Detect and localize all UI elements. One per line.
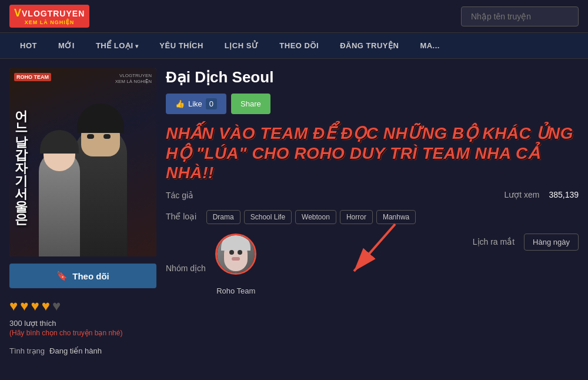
translator-group: Roho Team [215,234,256,295]
rating-hearts: ♥ ♥ ♥ ♥ ♥ [9,298,156,314]
status-label: Tình trạng [9,346,45,355]
heart-2[interactable]: ♥ [20,298,28,314]
likes-count: 300 lượt thích [9,319,156,328]
nav-upload[interactable]: ĐĂNG TRUYỆN [329,33,409,58]
watermark-line1: VLOGTRUYEN [115,73,152,79]
genre-section: Thể loại Drama School Life Webtoon Horro… [166,210,579,224]
logo-text: VLOGTRUYEN [22,9,85,18]
watermark-line2: XEM LÀ NGHIỆN [115,79,152,85]
follow-icon: 🔖 [56,271,68,281]
nav-favorites[interactable]: YÊU THÍCH [149,33,214,58]
like-label: Like [188,99,202,108]
like-button[interactable]: 👍 Like 0 [166,94,226,114]
genre-horror[interactable]: Horror [340,210,373,224]
status-value: Đang tiến hành [49,346,102,355]
genre-tags: Drama School Life Webtoon Horror Manhwa [206,210,416,224]
logo-area: VVLOGTRUYEN XEM LÀ NGHIỆN [9,5,89,28]
nav-history[interactable]: LỊCH SỬ [214,33,269,58]
manga-cover: VLOGTRUYEN XEM LÀ NGHIỆN ROHO TEAM 어느날갑자… [9,68,156,256]
left-column: VLOGTRUYEN XEM LÀ NGHIỆN ROHO TEAM 어느날갑자… [9,68,156,355]
heart-4[interactable]: ♥ [42,298,50,314]
heart-1[interactable]: ♥ [9,298,18,314]
genre-manhwa[interactable]: Manhwa [376,210,416,224]
genre-school[interactable]: School Life [244,210,292,224]
logo-v-letter: V [14,7,22,19]
status-row: Tình trạng Đang tiến hành [9,346,156,355]
release-schedule-button[interactable]: Hàng ngày [524,234,579,251]
author-label: Tác giả [166,191,193,200]
navigation: HOT MỚI THỂ LOẠI YÊU THÍCH LỊCH SỬ THEO … [0,33,588,59]
heart-3[interactable]: ♥ [31,298,39,314]
translator-release-row: Nhóm dịch [166,234,579,295]
genre-row: Thể loại Drama School Life Webtoon Horro… [166,210,579,224]
follow-label: Theo dõi [72,271,109,281]
cover-image: VLOGTRUYEN XEM LÀ NGHIỆN ROHO TEAM 어느날갑자… [9,68,156,256]
views-section: Lượt xem 385,139 [414,190,579,199]
logo-top: VVLOGTRUYEN [14,7,85,19]
roho-badge: ROHO TEAM [14,73,51,81]
translator-avatar-inner [217,235,255,273]
release-section: Lịch ra mắt Hàng ngày [414,234,579,251]
translator-name: Roho Team [216,286,255,295]
likes-text: 300 lượt thích (Hãy bình chọn cho truyện… [9,319,156,337]
nav-hot[interactable]: HOT [9,33,48,58]
nav-follow[interactable]: THEO DÕI [269,33,329,58]
nav-more[interactable]: MA... [409,33,450,58]
promo-text-line1: NHẤN VÀO TEAM ĐỂ ĐỌC NHỮNG BỘ KHÁC ỦNG [166,124,579,144]
translator-label: Nhóm dịch [166,264,206,273]
thumbs-up-icon: 👍 [175,99,185,108]
follow-button[interactable]: 🔖 Theo dõi [9,264,156,288]
translator-section: Nhóm dịch [166,234,414,295]
genre-webtoon[interactable]: Webtoon [295,210,336,224]
nav-genre[interactable]: THỂ LOẠI [85,33,149,58]
action-buttons: 👍 Like 0 Share [166,94,579,114]
main-content: VLOGTRUYEN XEM LÀ NGHIỆN ROHO TEAM 어느날갑자… [0,59,588,365]
heart-5[interactable]: ♥ [52,298,61,314]
promo-text-line2: HỘ "LÚA" CHO ROHO DUY TRÌ TEAM NHA CẢ NH… [166,144,579,183]
author-views-row: Tác giả Lượt xem 385,139 [166,190,579,201]
views-value: 385,139 [549,190,579,199]
translator-avatar[interactable] [215,234,256,275]
cover-watermark: VLOGTRUYEN XEM LÀ NGHIỆN [115,73,152,85]
nav-new[interactable]: MỚI [48,33,85,58]
share-button[interactable]: Share [231,94,270,114]
logo-bottom: XEM LÀ NGHIỆN [25,19,75,25]
release-label: Lịch ra mắt [473,237,514,246]
likes-prompt: (Hãy bình chọn cho truyện bạn nhé) [9,329,156,337]
genre-label: Thể loại [166,212,196,221]
manga-title: Đại Dịch Seoul [166,68,579,86]
logo-box[interactable]: VVLOGTRUYEN XEM LÀ NGHIỆN [9,5,89,28]
search-input[interactable] [461,6,579,26]
korean-title: 어느날갑자기서울은 [14,101,29,217]
views-label: Lượt xem [504,190,539,199]
right-column: Đại Dịch Seoul 👍 Like 0 Share NHẤN VÀO T… [166,68,579,355]
genre-drama[interactable]: Drama [206,210,240,224]
like-count: 0 [206,98,217,109]
author-section: Tác giả [166,190,414,201]
promo-text-container: NHẤN VÀO TEAM ĐỂ ĐỌC NHỮNG BỘ KHÁC ỦNG H… [166,124,579,183]
header: VVLOGTRUYEN XEM LÀ NGHIỆN [0,0,588,33]
